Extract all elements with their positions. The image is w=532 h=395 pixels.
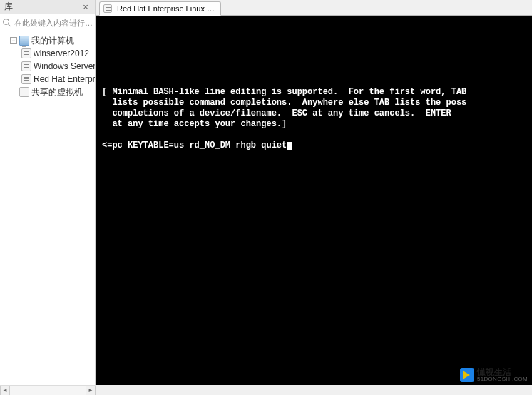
vm-icon	[21, 74, 31, 84]
computer-icon	[19, 36, 29, 46]
scroll-right-button[interactable]: ►	[86, 386, 96, 395]
vm-console[interactable]: [ Minimal BASH-like line editing is supp…	[96, 16, 532, 385]
vm-icon	[103, 4, 112, 13]
scroll-left-button[interactable]: ◄	[0, 386, 10, 395]
vm-icon	[21, 48, 31, 58]
tab-label: Red Hat Enterprise Linux …	[117, 4, 215, 13]
tree-label: Windows Server 201	[34, 61, 95, 71]
search-input[interactable]	[14, 19, 92, 27]
console-prompt: <=pc KEYTABLE=us rd_NO_DM rhgb quiet	[102, 140, 287, 150]
sidebar-title: 库	[4, 1, 81, 13]
tab-redhat[interactable]: Red Hat Enterprise Linux …	[99, 1, 221, 16]
watermark: 懂视生活 51DONGSHI.COM	[460, 368, 528, 382]
sidebar-panel: 库 × − 我的计算机 winserver2012 Windows Server…	[0, 0, 96, 385]
expander-icon[interactable]: −	[10, 37, 17, 44]
shared-icon	[19, 87, 29, 97]
vm-icon	[21, 61, 31, 71]
tree-node-my-computer[interactable]: − 我的计算机	[0, 34, 95, 47]
search-row	[0, 14, 95, 31]
watermark-text: 懂视生活 51DONGSHI.COM	[477, 368, 528, 382]
cursor-icon	[287, 142, 292, 150]
tree-node-vm[interactable]: Red Hat Enterprise L	[0, 73, 95, 86]
vm-tree: − 我的计算机 winserver2012 Windows Server 201…	[0, 31, 95, 385]
tree-node-shared-vms[interactable]: 共享的虚拟机	[0, 86, 95, 98]
sidebar-header: 库 ×	[0, 0, 95, 14]
tab-bar: Red Hat Enterprise Linux …	[96, 0, 532, 16]
tree-label: 我的计算机	[31, 35, 74, 47]
watermark-en: 51DONGSHI.COM	[477, 376, 528, 382]
watermark-logo-icon	[460, 368, 474, 382]
search-icon	[3, 19, 11, 27]
expander-placeholder	[10, 88, 17, 96]
tree-node-vm[interactable]: winserver2012	[0, 47, 95, 60]
console-line: completions of a device/filename. ESC at…	[102, 108, 451, 118]
console-line: lists possible command completions. Anyw…	[102, 98, 466, 108]
tree-label: Red Hat Enterprise L	[34, 74, 95, 84]
scroll-track[interactable]	[10, 386, 86, 395]
tree-label: 共享的虚拟机	[31, 86, 83, 98]
main-area: Red Hat Enterprise Linux … [ Minimal BAS…	[96, 0, 532, 385]
tree-node-vm[interactable]: Windows Server 201	[0, 60, 95, 73]
console-line: [ Minimal BASH-like line editing is supp…	[102, 87, 466, 97]
console-line: at any time accepts your changes.]	[102, 119, 287, 129]
sidebar-horizontal-scrollbar[interactable]: ◄ ►	[0, 385, 96, 395]
close-icon[interactable]: ×	[81, 2, 91, 12]
tree-label: winserver2012	[34, 48, 89, 58]
